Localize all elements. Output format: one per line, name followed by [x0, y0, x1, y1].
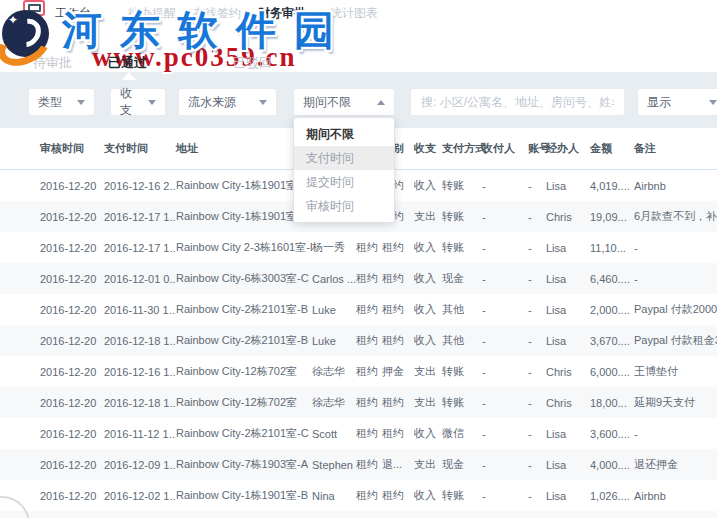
- period-select-label: 期间不限: [303, 94, 351, 111]
- table-row[interactable]: 2016-12-202016-12-18 1...Rainbow City-12…: [0, 387, 717, 418]
- cell-amount: 18,00...: [590, 397, 634, 409]
- period-dropdown-menu: 期间不限 支付时间 提交时间 审核时间: [293, 117, 395, 223]
- cell-payee: -: [482, 180, 528, 192]
- nav-item-finance[interactable]: 财务审批: [258, 5, 306, 22]
- cell-account: -: [528, 335, 546, 347]
- nav-item-reminders[interactable]: 待办提醒: [128, 5, 176, 22]
- table-row[interactable]: 2016-12-202016-12-18 1...Rainbow City-2栋…: [0, 325, 717, 356]
- table-row[interactable]: 2016-12-202016-12-17 1...Rainbow City 2-…: [0, 232, 717, 263]
- nav-item-statistics[interactable]: 统计图表: [330, 5, 378, 22]
- tab-approved[interactable]: 已通过: [108, 54, 147, 72]
- cell-remark: 6月款查不到，补汇: [634, 209, 717, 224]
- cell-payee: -: [482, 335, 528, 347]
- type-select[interactable]: 类型: [28, 88, 95, 116]
- cell-inout: 收入: [414, 488, 442, 503]
- cell-account: -: [528, 304, 546, 316]
- cell-payee: -: [482, 428, 528, 440]
- cell-audit-time: 2016-12-20: [40, 180, 104, 192]
- cell-payee: -: [482, 490, 528, 502]
- tab-rejected[interactable]: 已驳回: [233, 54, 272, 72]
- chevron-down-icon: [148, 100, 156, 105]
- cell-account: -: [528, 180, 546, 192]
- cell-payee: -: [482, 211, 528, 223]
- cell-audit-time: 2016-12-20: [40, 366, 104, 378]
- cell-inout: 收入: [414, 426, 442, 441]
- cell-remark: Paypal 付款2000元（: [634, 302, 717, 317]
- cell-pay-method: 其他: [442, 302, 482, 317]
- chevron-down-icon: [77, 100, 85, 105]
- cell-amount: 1,026....: [590, 490, 634, 502]
- cell-name: 杨一秀: [312, 240, 356, 255]
- search-input[interactable]: [410, 88, 625, 116]
- cell-handler: Lisa: [546, 459, 590, 471]
- cell-category: 退...: [382, 457, 414, 472]
- menu-item-submit-time[interactable]: 提交时间: [294, 170, 394, 194]
- cell-address: Rainbow City-1栋1901室-B: [176, 488, 312, 503]
- cell-remark: Airbnb: [634, 180, 717, 192]
- cell-category: 租约: [382, 240, 414, 255]
- cell-type: 租约: [356, 271, 382, 286]
- col-header-audit-time: 审核时间: [40, 141, 104, 156]
- cell-pay-time: 2016-12-18 1...: [104, 335, 176, 347]
- menu-item-payment-time[interactable]: 支付时间: [294, 146, 394, 170]
- source-select[interactable]: 流水来源: [178, 88, 277, 116]
- cell-address: Rainbow City-2栋2101室-C: [176, 426, 312, 441]
- cell-handler: Lisa: [546, 273, 590, 285]
- cell-type: 租约: [356, 488, 382, 503]
- table-row[interactable]: 2016-12-202016-11-12 1...Rainbow City-2栋…: [0, 418, 717, 449]
- col-header-inout: 收支: [414, 141, 442, 156]
- table-row[interactable]: 2016-12-202016-12-01 0...Rainbow City-6栋…: [0, 263, 717, 294]
- cell-category: 租约: [382, 333, 414, 348]
- cell-audit-time: 2016-12-20: [40, 490, 104, 502]
- cell-remark: -: [634, 273, 717, 285]
- cell-inout: 收入: [414, 240, 442, 255]
- cell-address: Rainbow City-12栋702室: [176, 395, 312, 410]
- cell-amount: 19,09...: [590, 211, 634, 223]
- cell-type: 租约: [356, 395, 382, 410]
- cell-payee: -: [482, 273, 528, 285]
- display-select[interactable]: 显示: [637, 88, 717, 116]
- cell-pay-time: 2016-11-12 1...: [104, 428, 176, 440]
- cell-address: Rainbow City-1栋1901室-C: [176, 178, 312, 193]
- col-header-amount: 金额: [590, 141, 634, 156]
- cell-name: Scott: [312, 428, 356, 440]
- cell-payee: -: [482, 459, 528, 471]
- cell-amount: 11,10...: [590, 242, 634, 254]
- table-row[interactable]: 2016-12-202016-12-09 1...Rainbow City-7栋…: [0, 449, 717, 480]
- period-select[interactable]: 期间不限: [293, 88, 395, 116]
- cell-name: Stephen: [312, 459, 356, 471]
- cell-amount: 3,670....: [590, 335, 634, 347]
- cell-amount: 6,000....: [590, 366, 634, 378]
- col-header-remark: 备注: [634, 141, 717, 156]
- table-row[interactable]: 2016-12-202016-11-30 1...Rainbow City-2栋…: [0, 294, 717, 325]
- inout-select[interactable]: 收支: [110, 88, 166, 116]
- cell-address: Rainbow City-1栋1901室: [176, 209, 312, 224]
- cell-audit-time: 2016-12-20: [40, 428, 104, 440]
- cell-pay-method: 现金: [442, 457, 482, 472]
- cell-pay-time: 2016-12-17 1...: [104, 211, 176, 223]
- cell-pay-method: 转账: [442, 364, 482, 379]
- tab-pending[interactable]: 待审批: [33, 54, 72, 72]
- cell-pay-time: 2016-11-30 1...: [104, 304, 176, 316]
- menu-item-period-unlimited[interactable]: 期间不限: [294, 122, 394, 146]
- cell-audit-time: 2016-12-20: [40, 459, 104, 471]
- cell-remark: Paypal 付款租金3970: [634, 333, 717, 348]
- nav-item-workbench[interactable]: 工作台: [55, 5, 91, 22]
- cell-handler: Lisa: [546, 242, 590, 254]
- cell-amount: 2,000....: [590, 304, 634, 316]
- cell-pay-method: 转账: [442, 488, 482, 503]
- table-row[interactable]: 2016-12-202016-12-16 1...Rainbow City-12…: [0, 356, 717, 387]
- cell-account: -: [528, 397, 546, 409]
- table-row[interactable]: 2016-12-202016-12-02 1...Rainbow City-1栋…: [0, 480, 717, 511]
- nav-item-signing[interactable]: 在线签约: [193, 5, 241, 22]
- cell-name: Luke: [312, 304, 356, 316]
- cell-audit-time: 2016-12-20: [40, 335, 104, 347]
- menu-item-audit-time[interactable]: 审核时间: [294, 194, 394, 218]
- cell-audit-time: 2016-12-20: [40, 211, 104, 223]
- cell-account: -: [528, 242, 546, 254]
- col-header-payee: 收付人: [482, 141, 528, 156]
- cell-inout: 支出: [414, 364, 442, 379]
- cell-inout: 支出: [414, 457, 442, 472]
- cell-name: 徐志华: [312, 395, 356, 410]
- cell-pay-method: 转账: [442, 178, 482, 193]
